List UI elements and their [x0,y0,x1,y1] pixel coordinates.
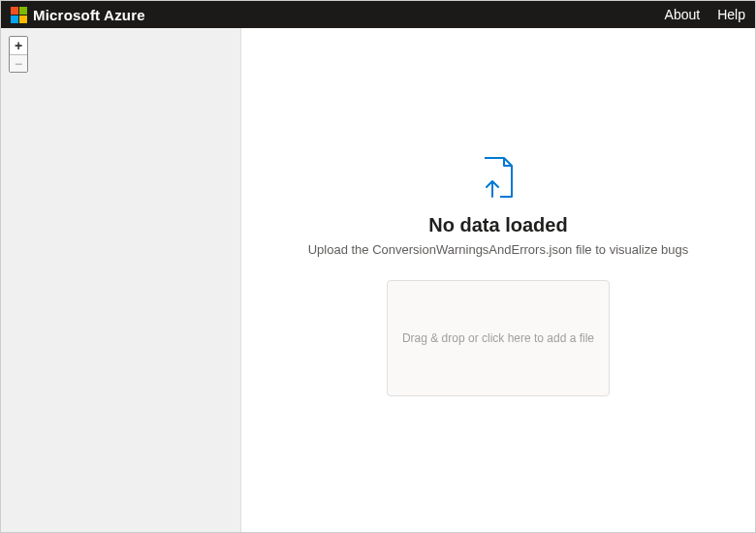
help-link[interactable]: Help [717,7,745,22]
header-bar: Microsoft Azure About Help [1,1,755,28]
dropzone-label: Drag & drop or click here to add a file [402,331,594,345]
file-upload-icon [475,154,521,201]
content-area: + − No data loaded Upload the Conversion… [1,28,755,532]
sidebar-panel: + − [1,28,241,532]
brand-logo: Microsoft Azure [11,7,145,23]
file-dropzone[interactable]: Drag & drop or click here to add a file [387,280,610,396]
about-link[interactable]: About [665,7,701,22]
empty-state-title: No data loaded [428,214,567,236]
zoom-in-button[interactable]: + [10,37,27,54]
microsoft-logo-icon [11,7,27,23]
zoom-out-button[interactable]: − [10,54,27,72]
empty-state-subtitle: Upload the ConversionWarningsAndErrors.j… [308,242,689,257]
main-panel: No data loaded Upload the ConversionWarn… [241,28,755,532]
brand-text: Microsoft Azure [33,7,145,23]
zoom-controls: + − [9,36,28,73]
